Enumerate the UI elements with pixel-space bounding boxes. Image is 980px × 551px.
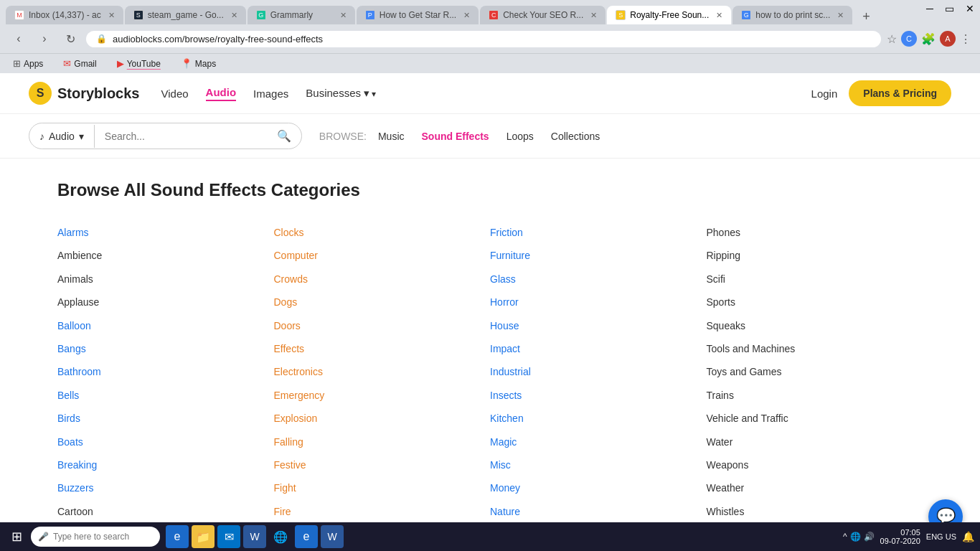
- category-link-weapons[interactable]: Weapons: [707, 454, 923, 476]
- maximize-icon[interactable]: ▭: [945, 3, 954, 14]
- category-link-ripping[interactable]: Ripping: [707, 245, 923, 266]
- category-link-impact[interactable]: Impact: [490, 338, 707, 359]
- storyblocks-logo[interactable]: S Storyblocks: [29, 82, 139, 105]
- browse-link-sound-effects[interactable]: Sound Effects: [422, 131, 489, 142]
- taskbar-search-input[interactable]: [53, 532, 146, 542]
- category-link-breaking[interactable]: Breaking: [57, 454, 274, 476]
- category-link-festive[interactable]: Festive: [274, 454, 491, 476]
- category-link-electronics[interactable]: Electronics: [274, 361, 491, 382]
- nav-item-businesses[interactable]: Businesses ▾: [306, 87, 376, 100]
- user-avatar[interactable]: A: [940, 31, 956, 47]
- nav-item-video[interactable]: Video: [161, 88, 188, 100]
- category-link-applause[interactable]: Applause: [57, 291, 274, 313]
- category-link-bells[interactable]: Bells: [57, 385, 274, 406]
- category-link-magic[interactable]: Magic: [490, 431, 707, 453]
- tab-close-gmail[interactable]: ✕: [108, 11, 115, 20]
- nav-item-images[interactable]: Images: [253, 88, 288, 100]
- notification-icon[interactable]: 🔔: [962, 531, 974, 542]
- category-link-explosion[interactable]: Explosion: [274, 408, 491, 429]
- browse-link-loops[interactable]: Loops: [507, 131, 534, 142]
- browser-tab-seo[interactable]: C Check Your SEO R... ✕: [480, 6, 606, 24]
- category-link-toys-and-games[interactable]: Toys and Games: [707, 361, 923, 382]
- category-link-fight[interactable]: Fight: [274, 477, 491, 499]
- category-link-scifi[interactable]: Scifi: [707, 268, 923, 290]
- taskbar-ie[interactable]: e: [295, 525, 318, 548]
- category-link-tools-and-machines[interactable]: Tools and Machines: [707, 338, 923, 359]
- category-link-balloon[interactable]: Balloon: [57, 315, 274, 336]
- bookmark-apps[interactable]: ⊞ Apps: [9, 57, 47, 70]
- taskbar-chrome[interactable]: 🌐: [269, 525, 292, 548]
- bookmark-youtube[interactable]: ▶ YouTube: [113, 57, 165, 70]
- category-link-falling[interactable]: Falling: [274, 431, 491, 453]
- tray-arrow[interactable]: ^: [843, 532, 847, 542]
- category-link-glass[interactable]: Glass: [490, 268, 707, 290]
- browser-tab-gmail[interactable]: M Inbox (14,337) - ac ✕: [6, 6, 123, 24]
- address-bar[interactable]: 🔒 audioblocks.com/browse/royalty-free-so…: [86, 31, 881, 47]
- category-link-water[interactable]: Water: [707, 431, 923, 453]
- search-input[interactable]: [95, 125, 267, 148]
- category-link-weather[interactable]: Weather: [707, 477, 923, 499]
- category-link-dogs[interactable]: Dogs: [274, 291, 491, 313]
- category-link-insects[interactable]: Insects: [490, 385, 707, 406]
- bookmark-maps[interactable]: 📍 Maps: [176, 57, 220, 70]
- category-link-clocks[interactable]: Clocks: [274, 222, 491, 243]
- category-link-bathroom[interactable]: Bathroom: [57, 361, 274, 382]
- category-link-money[interactable]: Money: [490, 477, 707, 499]
- tab-close-steam[interactable]: ✕: [231, 11, 237, 20]
- category-link-cartoon[interactable]: Cartoon: [57, 501, 274, 522]
- category-link-buzzers[interactable]: Buzzers: [57, 477, 274, 499]
- category-link-vehicle-and-traffic[interactable]: Vehicle and Traffic: [707, 408, 923, 429]
- browser-tab-howtopx[interactable]: P How to Get Star R... ✕: [357, 6, 479, 24]
- start-button[interactable]: ⊞: [6, 529, 28, 545]
- add-tab-button[interactable]: +: [857, 9, 876, 24]
- category-link-boats[interactable]: Boats: [57, 431, 274, 453]
- category-link-sports[interactable]: Sports: [707, 291, 923, 313]
- taskbar-files[interactable]: 📁: [192, 525, 215, 548]
- minimize-icon[interactable]: ─: [926, 3, 933, 14]
- category-link-bangs[interactable]: Bangs: [57, 338, 274, 359]
- category-link-kitchen[interactable]: Kitchen: [490, 408, 707, 429]
- category-link-nature[interactable]: Nature: [490, 501, 707, 522]
- login-button[interactable]: Login: [811, 88, 838, 100]
- plans-pricing-button[interactable]: Plans & Pricing: [849, 80, 951, 106]
- nav-item-audio[interactable]: Audio: [206, 86, 237, 101]
- category-link-computer[interactable]: Computer: [274, 245, 491, 266]
- taskbar-word2[interactable]: W: [321, 525, 344, 548]
- tray-volume[interactable]: 🔊: [864, 532, 875, 542]
- star-icon[interactable]: ☆: [887, 32, 897, 46]
- search-type-dropdown[interactable]: ♪ Audio ▾: [29, 125, 95, 148]
- taskbar-word[interactable]: W: [243, 525, 266, 548]
- search-button[interactable]: 🔍: [267, 123, 301, 149]
- category-link-house[interactable]: House: [490, 315, 707, 336]
- reload-button[interactable]: ↻: [60, 29, 80, 49]
- category-link-crowds[interactable]: Crowds: [274, 268, 491, 290]
- tab-close-google[interactable]: ✕: [837, 11, 844, 20]
- category-link-furniture[interactable]: Furniture: [490, 245, 707, 266]
- back-button[interactable]: ‹: [9, 29, 29, 49]
- taskbar-mail[interactable]: ✉: [217, 525, 240, 548]
- tab-close-seo[interactable]: ✕: [590, 11, 597, 20]
- category-link-horror[interactable]: Horror: [490, 291, 707, 313]
- extensions-icon[interactable]: 🧩: [921, 32, 936, 46]
- category-link-birds[interactable]: Birds: [57, 408, 274, 429]
- menu-icon[interactable]: ⋮: [960, 32, 971, 46]
- taskbar-search[interactable]: 🎤: [31, 527, 160, 547]
- tab-close-audioblocks[interactable]: ✕: [716, 11, 722, 20]
- tray-network[interactable]: 🌐: [850, 532, 861, 542]
- category-link-trains[interactable]: Trains: [707, 385, 923, 406]
- category-link-phones[interactable]: Phones: [707, 222, 923, 243]
- close-icon[interactable]: ✕: [966, 3, 974, 14]
- browser-tab-audioblocks[interactable]: S Royalty-Free Soun... ✕: [607, 6, 731, 24]
- category-link-doors[interactable]: Doors: [274, 315, 491, 336]
- category-link-ambience[interactable]: Ambience: [57, 245, 274, 266]
- category-link-emergency[interactable]: Emergency: [274, 385, 491, 406]
- category-link-fire[interactable]: Fire: [274, 501, 491, 522]
- bookmark-gmail[interactable]: ✉ Gmail: [59, 57, 100, 70]
- category-link-alarms[interactable]: Alarms: [57, 222, 274, 243]
- forward-button[interactable]: ›: [34, 29, 55, 49]
- category-link-industrial[interactable]: Industrial: [490, 361, 707, 382]
- browse-link-collections[interactable]: Collections: [551, 131, 600, 142]
- tab-close-howtopx[interactable]: ✕: [463, 11, 470, 20]
- browser-tab-steam[interactable]: S steam_game - Go... ✕: [125, 6, 246, 24]
- browser-tab-grammarly[interactable]: G Grammarly ✕: [248, 6, 355, 24]
